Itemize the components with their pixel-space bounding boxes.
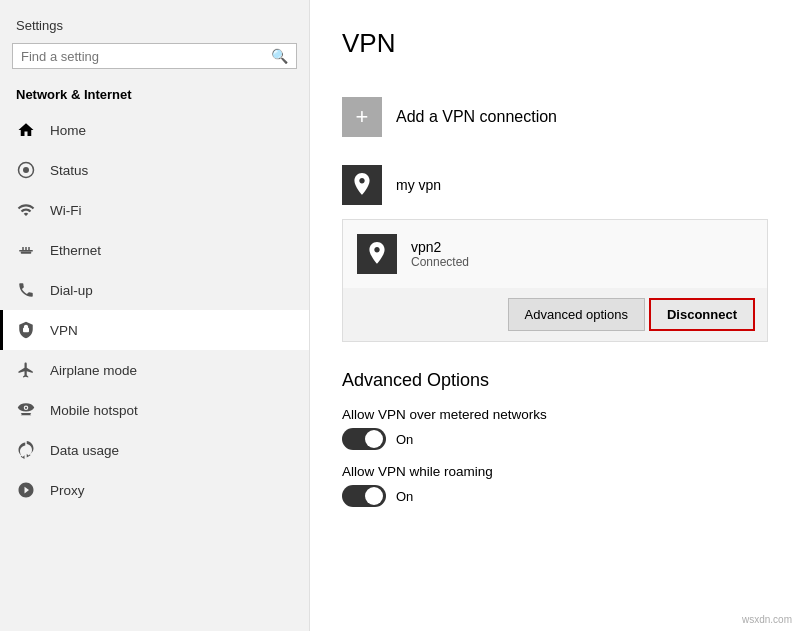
watermark: wsxdn.com: [742, 614, 792, 625]
sidebar-item-datausage[interactable]: Data usage: [0, 430, 309, 470]
toggle-wrap-roaming: On: [342, 485, 768, 507]
svg-rect-2: [19, 250, 33, 252]
toggle-roaming[interactable]: [342, 485, 386, 507]
toggle-thumb-metered: [365, 430, 383, 448]
section-title: Network & Internet: [0, 81, 309, 110]
vpn-icon-box-vpn2: [357, 234, 397, 274]
sidebar-item-label: Ethernet: [50, 243, 101, 258]
sidebar-item-proxy[interactable]: Proxy: [0, 470, 309, 510]
sidebar-item-label: Status: [50, 163, 88, 178]
toggle-state-roaming: On: [396, 489, 413, 504]
vpn-info-myvpn: my vpn: [396, 177, 441, 193]
sidebar-item-label: Proxy: [50, 483, 85, 498]
sidebar-item-hotspot[interactable]: Mobile hotspot: [0, 390, 309, 430]
wifi-icon: [16, 200, 36, 220]
toggle-state-metered: On: [396, 432, 413, 447]
sidebar-item-label: Home: [50, 123, 86, 138]
advanced-options-title: Advanced Options: [342, 370, 768, 391]
sidebar-item-status[interactable]: Status: [0, 150, 309, 190]
vpn-actions: Advanced options Disconnect: [343, 288, 767, 341]
vpn-connected-block: vpn2 Connected Advanced options Disconne…: [342, 219, 768, 342]
sidebar-item-wifi[interactable]: Wi-Fi: [0, 190, 309, 230]
add-vpn-item[interactable]: + Add a VPN connection: [342, 83, 768, 151]
dialup-icon: [16, 280, 36, 300]
toggle-row-metered: Allow VPN over metered networks On: [342, 407, 768, 450]
svg-point-1: [23, 167, 29, 173]
datausage-icon: [16, 440, 36, 460]
sidebar-item-label: Mobile hotspot: [50, 403, 138, 418]
sidebar-item-airplane[interactable]: Airplane mode: [0, 350, 309, 390]
airplane-icon: [16, 360, 36, 380]
vpn-status-vpn2: Connected: [411, 255, 469, 269]
svg-rect-6: [21, 252, 32, 254]
vpn-nav-icon: [16, 320, 36, 340]
plus-icon: +: [356, 106, 369, 128]
app-title: Settings: [0, 10, 309, 43]
vpn-icon-vpn2: [364, 241, 390, 267]
sidebar-item-home[interactable]: Home: [0, 110, 309, 150]
svg-rect-4: [25, 247, 27, 250]
search-icon[interactable]: 🔍: [271, 48, 288, 64]
search-box[interactable]: 🔍: [12, 43, 297, 69]
sidebar-item-label: VPN: [50, 323, 78, 338]
svg-rect-5: [28, 247, 30, 250]
status-icon: [16, 160, 36, 180]
toggle-metered[interactable]: [342, 428, 386, 450]
proxy-icon: [16, 480, 36, 500]
vpn-item-myvpn[interactable]: my vpn: [342, 151, 768, 219]
sidebar: Settings 🔍 Network & Internet Home Statu…: [0, 0, 310, 631]
sidebar-item-ethernet[interactable]: Ethernet: [0, 230, 309, 270]
advanced-options-button[interactable]: Advanced options: [508, 298, 645, 331]
vpn-name-vpn2: vpn2: [411, 239, 469, 255]
vpn-icon-myvpn: [349, 172, 375, 198]
vpn-icon-box-myvpn: [342, 165, 382, 205]
toggle-row-roaming: Allow VPN while roaming On: [342, 464, 768, 507]
add-vpn-label: Add a VPN connection: [396, 108, 557, 126]
vpn-info-vpn2: vpn2 Connected: [411, 239, 469, 269]
hotspot-icon: [16, 400, 36, 420]
sidebar-item-label: Airplane mode: [50, 363, 137, 378]
add-vpn-icon-box: +: [342, 97, 382, 137]
sidebar-item-dialup[interactable]: Dial-up: [0, 270, 309, 310]
vpn2-inner[interactable]: vpn2 Connected: [343, 234, 767, 288]
sidebar-item-label: Wi-Fi: [50, 203, 81, 218]
toggle-label-roaming: Allow VPN while roaming: [342, 464, 768, 479]
ethernet-icon: [16, 240, 36, 260]
sidebar-item-label: Dial-up: [50, 283, 93, 298]
main-content: VPN + Add a VPN connection my vpn vpn2 C…: [310, 0, 800, 631]
disconnect-button[interactable]: Disconnect: [649, 298, 755, 331]
svg-rect-3: [22, 247, 24, 250]
toggle-label-metered: Allow VPN over metered networks: [342, 407, 768, 422]
vpn-name-myvpn: my vpn: [396, 177, 441, 193]
home-icon: [16, 120, 36, 140]
toggle-wrap-metered: On: [342, 428, 768, 450]
sidebar-item-vpn[interactable]: VPN: [0, 310, 309, 350]
page-title: VPN: [342, 28, 768, 59]
toggle-thumb-roaming: [365, 487, 383, 505]
search-input[interactable]: [21, 49, 271, 64]
sidebar-item-label: Data usage: [50, 443, 119, 458]
